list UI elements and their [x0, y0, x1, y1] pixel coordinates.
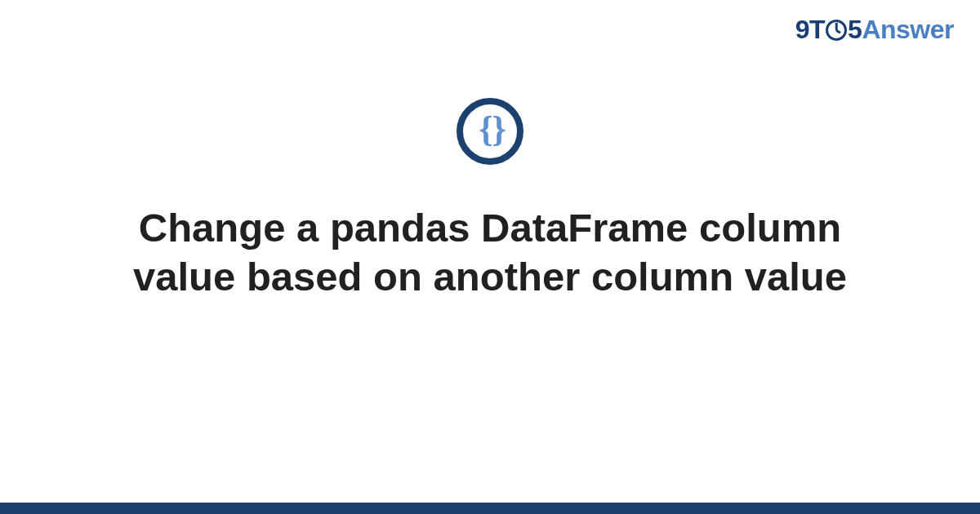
logo-part-answer: Answer: [862, 15, 954, 44]
logo-part-5: 5: [848, 15, 862, 44]
logo-part-9: 9: [795, 15, 809, 44]
footer-accent-bar: [0, 503, 980, 514]
page-root: 9T5Answer { } Change a pandas DataFrame …: [0, 0, 980, 514]
page-title: Change a pandas DataFrame column value b…: [114, 204, 866, 302]
category-badge: { }: [457, 98, 523, 165]
site-logo[interactable]: 9T5Answer: [795, 15, 954, 45]
logo-part-t: T: [809, 15, 825, 44]
main-content: { } Change a pandas DataFrame column val…: [0, 98, 980, 302]
braces-icon: { }: [479, 112, 501, 148]
clock-icon: [826, 20, 847, 41]
